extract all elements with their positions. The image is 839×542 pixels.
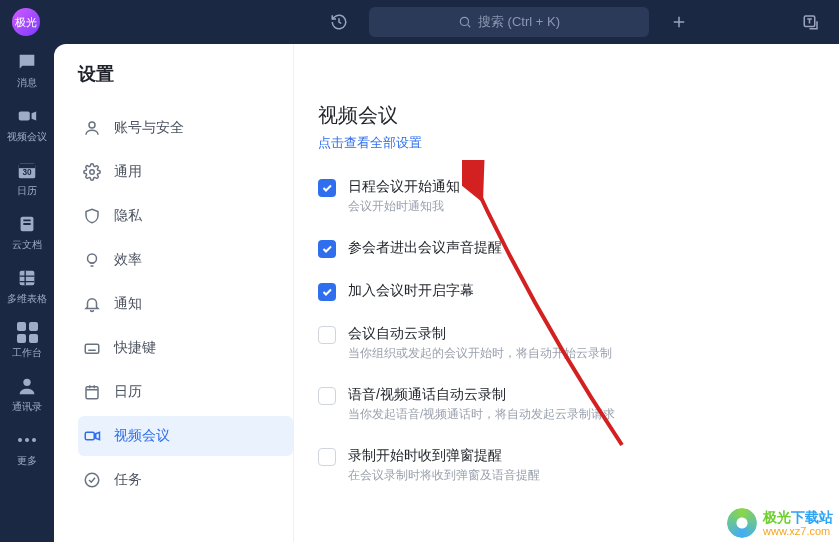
- sidebar-item-label: 效率: [114, 251, 142, 269]
- svg-rect-11: [20, 271, 35, 286]
- sidebar-item-videoconf[interactable]: 视频会议: [78, 416, 293, 456]
- sidebar-item-general[interactable]: 通用: [78, 152, 293, 192]
- option-desc: 当你发起语音/视频通话时，将自动发起云录制请求: [348, 406, 615, 423]
- apps-icon: [15, 320, 39, 344]
- nav-calendar[interactable]: 30 日历: [3, 158, 51, 198]
- svg-text:30: 30: [22, 168, 32, 177]
- checkbox[interactable]: [318, 283, 336, 301]
- sidebar-item-privacy[interactable]: 隐私: [78, 196, 293, 236]
- svg-point-20: [85, 473, 99, 487]
- page-title: 设置: [78, 62, 293, 86]
- svg-rect-5: [19, 111, 30, 120]
- person-icon: [15, 374, 39, 398]
- leftnav: 消息 视频会议 30 日历 云文档 多维表格 工作台 通讯录 更多: [0, 44, 54, 542]
- sidebar-item-label: 快捷键: [114, 339, 156, 357]
- nav-docs[interactable]: 云文档: [3, 212, 51, 252]
- sidebar-item-label: 通用: [114, 163, 142, 181]
- svg-marker-19: [96, 432, 100, 440]
- gear-icon: [82, 162, 102, 182]
- nav-more[interactable]: 更多: [3, 428, 51, 468]
- settings-list: 账号与安全 通用 隐私 效率 通知 快捷键: [78, 108, 293, 500]
- translate-icon[interactable]: [795, 6, 827, 38]
- bulb-icon: [82, 250, 102, 270]
- check-circle-icon: [82, 470, 102, 490]
- grid-icon: [15, 266, 39, 290]
- search-placeholder: 搜索 (Ctrl + K): [478, 13, 560, 31]
- bell-icon: [82, 294, 102, 314]
- option-subtitles-on-join: 加入会议时开启字幕: [318, 282, 817, 301]
- chat-icon: [15, 50, 39, 74]
- section-title: 视频会议: [318, 102, 817, 129]
- checkbox[interactable]: [318, 179, 336, 197]
- more-icon: [15, 428, 39, 452]
- option-title: 参会者进出会议声音提醒: [348, 239, 502, 257]
- option-desc: 会议开始时通知我: [348, 198, 460, 215]
- sidebar-item-label: 日历: [114, 383, 142, 401]
- calendar30-icon: 30: [15, 158, 39, 182]
- nav-workbench[interactable]: 工作台: [3, 320, 51, 360]
- option-auto-record-call: 语音/视频通话自动云录制 当你发起语音/视频通话时，将自动发起云录制请求: [318, 386, 817, 423]
- nav-video[interactable]: 视频会议: [3, 104, 51, 144]
- svg-rect-16: [85, 344, 99, 353]
- settings-content: 视频会议 点击查看全部设置 日程会议开始通知 会议开始时通知我 参会者进出会议声…: [294, 44, 839, 542]
- avatar[interactable]: 极光: [12, 8, 40, 36]
- svg-rect-18: [85, 432, 94, 440]
- checkbox[interactable]: [318, 448, 336, 466]
- sidebar-item-label: 隐私: [114, 207, 142, 225]
- option-title: 日程会议开始通知: [348, 178, 460, 196]
- option-desc: 在会议录制时将收到弹窗及语音提醒: [348, 467, 540, 484]
- svg-line-1: [468, 25, 471, 28]
- option-title: 录制开始时收到弹窗提醒: [348, 447, 540, 465]
- topbar: 极光 搜索 (Ctrl + K): [0, 0, 839, 44]
- option-schedule-notify: 日程会议开始通知 会议开始时通知我: [318, 178, 817, 215]
- sidebar-item-label: 视频会议: [114, 427, 170, 445]
- option-record-popup: 录制开始时收到弹窗提醒 在会议录制时将收到弹窗及语音提醒: [318, 447, 817, 484]
- sidebar-item-label: 账号与安全: [114, 119, 184, 137]
- option-title: 加入会议时开启字幕: [348, 282, 474, 300]
- option-join-leave-sound: 参会者进出会议声音提醒: [318, 239, 817, 258]
- svg-marker-6: [32, 111, 37, 120]
- sidebar-item-calendar[interactable]: 日历: [78, 372, 293, 412]
- svg-point-13: [89, 122, 95, 128]
- sidebar-item-shortcut[interactable]: 快捷键: [78, 328, 293, 368]
- search-input[interactable]: 搜索 (Ctrl + K): [369, 7, 649, 37]
- option-title: 语音/视频通话自动云录制: [348, 386, 615, 404]
- sidebar-item-label: 通知: [114, 295, 142, 313]
- view-all-link[interactable]: 点击查看全部设置: [318, 134, 422, 152]
- sidebar-item-label: 任务: [114, 471, 142, 489]
- cloud-doc-icon: [15, 212, 39, 236]
- checkbox[interactable]: [318, 387, 336, 405]
- calendar-icon: [82, 382, 102, 402]
- sidebar-item-efficiency[interactable]: 效率: [78, 240, 293, 280]
- shield-icon: [82, 206, 102, 226]
- svg-point-15: [88, 254, 97, 263]
- option-auto-record-meeting: 会议自动云录制 当你组织或发起的会议开始时，将自动开始云录制: [318, 325, 817, 362]
- checkbox[interactable]: [318, 326, 336, 344]
- videoconf-icon: [82, 426, 102, 446]
- sidebar-item-tasks[interactable]: 任务: [78, 460, 293, 500]
- svg-rect-17: [86, 387, 98, 399]
- keyboard-icon: [82, 338, 102, 358]
- option-title: 会议自动云录制: [348, 325, 612, 343]
- nav-contacts[interactable]: 通讯录: [3, 374, 51, 414]
- svg-point-14: [90, 170, 95, 175]
- checkbox[interactable]: [318, 240, 336, 258]
- account-icon: [82, 118, 102, 138]
- svg-point-12: [23, 379, 30, 386]
- plus-icon[interactable]: [663, 6, 695, 38]
- nav-messages[interactable]: 消息: [3, 50, 51, 90]
- svg-point-0: [460, 17, 468, 25]
- nav-sheets[interactable]: 多维表格: [3, 266, 51, 306]
- sidebar-item-notify[interactable]: 通知: [78, 284, 293, 324]
- video-icon: [15, 104, 39, 128]
- main-panel: 设置 账号与安全 通用 隐私 效率 通知: [54, 44, 839, 542]
- history-icon[interactable]: [323, 6, 355, 38]
- option-desc: 当你组织或发起的会议开始时，将自动开始云录制: [348, 345, 612, 362]
- sidebar-item-account[interactable]: 账号与安全: [78, 108, 293, 148]
- settings-sidebar: 设置 账号与安全 通用 隐私 效率 通知: [54, 44, 294, 542]
- options-list: 日程会议开始通知 会议开始时通知我 参会者进出会议声音提醒 加入会议时开启字幕: [318, 178, 817, 484]
